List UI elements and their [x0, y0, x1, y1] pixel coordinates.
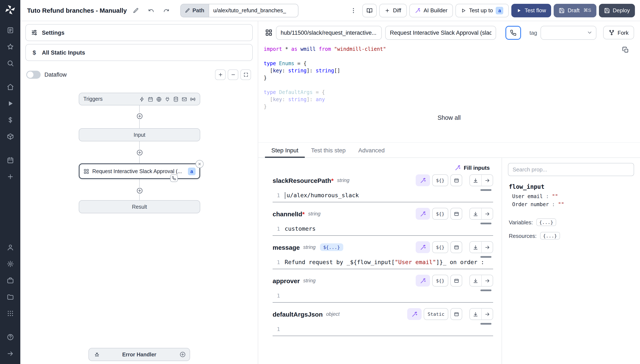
path-input[interactable]: [209, 4, 298, 17]
http-route-icon[interactable]: [156, 96, 162, 102]
field-editor[interactable]: 1customers: [272, 223, 493, 236]
sidebar-home-icon[interactable]: [4, 80, 16, 93]
redo-button[interactable]: [160, 4, 172, 17]
apply-value-button[interactable]: [481, 242, 493, 253]
hub-path-input[interactable]: [276, 26, 382, 40]
windmill-logo[interactable]: [5, 4, 16, 15]
sidebar-calendar-icon[interactable]: [4, 154, 16, 166]
expr-toggle-button[interactable]: ${}: [432, 174, 448, 186]
schedule-icon[interactable]: [148, 96, 153, 102]
ai-fill-field-button[interactable]: [416, 241, 430, 253]
apply-value-button[interactable]: [481, 275, 493, 286]
sidebar-grid-dots-icon[interactable]: [4, 307, 16, 320]
variables-badge[interactable]: {...}: [536, 218, 556, 226]
triggers-node[interactable]: Triggers: [79, 93, 200, 106]
expand-editor-button[interactable]: [450, 308, 462, 320]
insert-value-button[interactable]: [470, 175, 481, 186]
editor-scrollbar[interactable]: [480, 223, 492, 224]
insert-value-button[interactable]: [470, 242, 481, 253]
sidebar-search-icon[interactable]: [4, 57, 16, 70]
editor-scrollbar[interactable]: [480, 189, 492, 191]
zoom-out-button[interactable]: [228, 70, 238, 80]
tab-test-this-step[interactable]: Test this step: [305, 143, 352, 158]
test-flow-button[interactable]: Test flow: [512, 4, 551, 17]
show-all-button[interactable]: Show all: [420, 114, 479, 121]
fit-view-button[interactable]: [240, 70, 251, 80]
insert-value-button[interactable]: [470, 308, 481, 320]
insert-value-button[interactable]: [470, 275, 481, 286]
tag-select[interactable]: [540, 26, 596, 40]
zoom-in-button[interactable]: [215, 70, 226, 80]
editor-scrollbar[interactable]: [480, 290, 492, 291]
sidebar-folder-icon[interactable]: [4, 290, 16, 303]
field-editor[interactable]: 1: [272, 290, 493, 303]
email-icon[interactable]: [182, 96, 187, 102]
step-summary-input[interactable]: [385, 26, 496, 40]
add-step-above-button[interactable]: [136, 112, 143, 120]
sidebar-gear-icon[interactable]: [4, 257, 16, 270]
flow-input-label[interactable]: flow_input: [509, 183, 634, 190]
editor-scrollbar[interactable]: [480, 323, 492, 325]
tab-advanced[interactable]: Advanced: [352, 143, 391, 158]
expr-toggle-button[interactable]: Static: [424, 308, 448, 320]
apply-value-button[interactable]: [481, 208, 493, 219]
draft-button[interactable]: Draft ⌘S: [554, 4, 596, 17]
expand-editor-button[interactable]: [450, 174, 462, 186]
postgres-icon[interactable]: [173, 96, 178, 102]
apply-value-button[interactable]: [481, 308, 493, 320]
kafka-icon[interactable]: [190, 96, 196, 102]
input-node[interactable]: Input: [79, 128, 200, 141]
result-node[interactable]: Result: [79, 200, 200, 213]
sidebar-list-icon[interactable]: [4, 24, 16, 36]
docs-button[interactable]: [362, 4, 377, 17]
static-inputs-row[interactable]: $ All Static Inputs: [26, 44, 253, 61]
tab-step-input[interactable]: Step Input: [265, 143, 305, 158]
apply-value-button[interactable]: [481, 175, 493, 186]
expr-toggle-button[interactable]: ${}: [432, 241, 448, 253]
diff-button[interactable]: Diff: [380, 4, 407, 17]
plus-circle-icon[interactable]: [180, 351, 186, 358]
field-editor[interactable]: 1: [272, 323, 493, 336]
ai-fill-field-button[interactable]: [408, 308, 422, 320]
remove-step-button[interactable]: [196, 160, 204, 168]
sidebar-star-icon[interactable]: [4, 40, 16, 53]
more-options-button[interactable]: [347, 4, 360, 17]
sidebar-user-icon[interactable]: [4, 241, 16, 254]
ai-builder-button[interactable]: AI Builder: [409, 4, 453, 17]
insert-value-button[interactable]: [470, 208, 481, 219]
code-editor[interactable]: import * as wmill from "windmill-client"…: [258, 41, 640, 142]
editor-scrollbar[interactable]: [480, 256, 492, 258]
sidebar-plus-icon[interactable]: [4, 170, 16, 183]
expand-editor-button[interactable]: [450, 208, 462, 220]
copy-code-button[interactable]: [622, 46, 629, 54]
settings-row[interactable]: Settings: [26, 24, 253, 41]
expr-toggle-button[interactable]: ${}: [432, 208, 448, 220]
path-edit-button[interactable]: Path: [180, 4, 208, 17]
expand-editor-button[interactable]: [450, 241, 462, 253]
undo-button[interactable]: [144, 4, 157, 17]
websocket-icon[interactable]: [165, 96, 170, 102]
sidebar-play-icon[interactable]: [4, 97, 16, 110]
resources-badge[interactable]: {...}: [540, 232, 560, 240]
edit-title-button[interactable]: [129, 4, 142, 17]
field-editor[interactable]: 1u/alex/humorous_slack: [272, 189, 493, 202]
suspend-approval-button[interactable]: [506, 26, 521, 40]
sidebar-cube-icon[interactable]: [4, 130, 16, 143]
fill-inputs-button[interactable]: Fill inputs: [451, 162, 493, 174]
step-node-selected[interactable]: Request Interactive Slack Approval (... …: [79, 164, 200, 179]
ai-fill-field-button[interactable]: [416, 174, 430, 186]
expr-toggle-button[interactable]: ${}: [432, 275, 448, 286]
prop-order-number[interactable]: Order number : "": [512, 202, 634, 208]
add-step-below-button[interactable]: [136, 187, 143, 194]
sidebar-arrow-right-icon[interactable]: [4, 347, 16, 360]
webhook-icon[interactable]: [139, 96, 145, 102]
ai-fill-field-button[interactable]: [416, 208, 430, 220]
fork-button[interactable]: Fork: [603, 26, 634, 39]
test-up-to-button[interactable]: Test up to a: [456, 4, 509, 17]
search-prop-input[interactable]: [508, 163, 634, 176]
add-step-button[interactable]: [136, 149, 143, 156]
prop-user-email[interactable]: User email : "": [512, 194, 634, 199]
expand-editor-button[interactable]: [450, 275, 462, 286]
field-editor[interactable]: 1Refund request by _${flow_input["User e…: [272, 256, 493, 269]
sidebar-briefcase-icon[interactable]: [4, 274, 16, 286]
